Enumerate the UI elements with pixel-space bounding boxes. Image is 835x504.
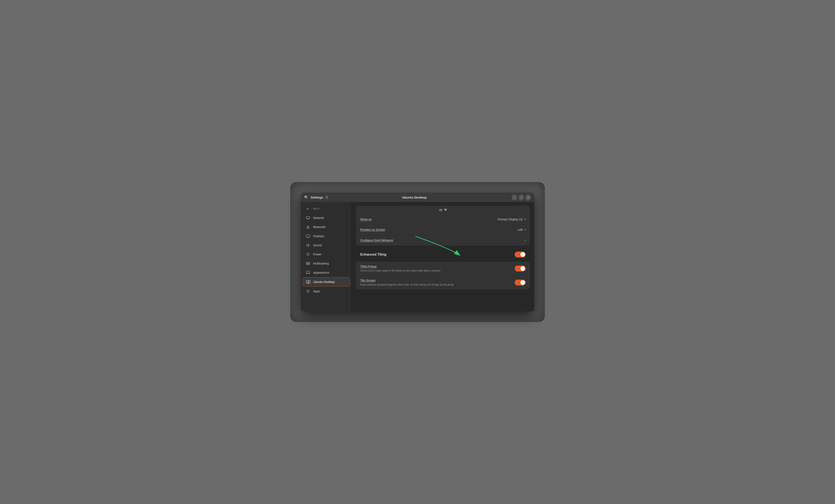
svg-point-24 <box>309 291 309 292</box>
position-row[interactable]: Position on Screen Left ▾ <box>356 225 530 235</box>
svg-point-27 <box>309 292 309 293</box>
sidebar-item-power[interactable]: Power <box>303 250 350 259</box>
tiling-popup-text: Tiling Popup Show a list of open apps to… <box>360 265 511 273</box>
sidebar-item-label: Wi-Fi <box>313 207 320 210</box>
close-button[interactable]: ✕ <box>526 195 531 200</box>
sidebar-item-label: Bluetooth <box>313 225 326 229</box>
svg-rect-11 <box>306 264 308 265</box>
triangle-down-icon <box>444 209 447 211</box>
svg-point-19 <box>307 290 307 290</box>
sidebar: Wi-Fi Network <box>301 202 352 311</box>
svg-rect-12 <box>308 264 310 265</box>
tile-groups-row: Tile Groups Keep windows grouped togethe… <box>356 276 530 289</box>
sidebar-item-ubuntu-desktop[interactable]: Ubuntu Desktop <box>303 277 350 287</box>
titlebar-left: 🔍 Settings ☰ <box>304 195 317 199</box>
position-value[interactable]: Left ▾ <box>518 228 526 231</box>
bluetooth-icon <box>306 225 310 229</box>
apps-icon <box>306 289 310 294</box>
window-title: Ubuntu Desktop <box>317 196 512 199</box>
titlebar: 🔍 Settings ☰ Ubuntu Desktop − □ ✕ <box>301 193 534 202</box>
svg-point-20 <box>308 290 308 290</box>
top-number-row: 46 <box>356 206 530 214</box>
configure-dock-chevron: › <box>525 238 526 242</box>
tile-groups-title: Tile Groups <box>360 279 511 282</box>
sidebar-item-bluetooth[interactable]: Bluetooth <box>303 223 350 231</box>
ubuntu-desktop-icon <box>306 280 310 284</box>
sidebar-item-displays[interactable]: Displays <box>303 231 350 241</box>
sidebar-item-label: Network <box>313 216 324 220</box>
enhanced-tiling-header-area: Enhanced Tiling <box>356 249 530 260</box>
svg-point-22 <box>307 291 307 292</box>
displays-icon <box>306 234 310 238</box>
window-controls: − □ ✕ <box>512 195 531 200</box>
content-area: Wi-Fi Network <box>301 202 534 311</box>
sidebar-item-label: Displays <box>313 235 324 238</box>
sidebar-item-apps[interactable]: Apps <box>303 287 350 296</box>
tile-groups-desc: Keep windows grouped together when tiled… <box>360 283 511 287</box>
enhanced-tiling-label: Enhanced Tiling <box>360 253 386 257</box>
svg-rect-10 <box>308 262 310 263</box>
tiling-popup-title: Tiling Popup <box>360 265 511 268</box>
tiling-sub-section: Tiling Popup Show a list of open apps to… <box>356 262 530 289</box>
top-number-value: 46 <box>439 208 442 212</box>
show-on-row[interactable]: Show on Primary Display (1) ▾ <box>356 214 530 225</box>
network-icon <box>306 216 310 220</box>
configure-dock-row[interactable]: Configure Dock Behavior › <box>356 235 530 246</box>
tiling-popup-row: Tiling Popup Show a list of open apps to… <box>356 262 530 276</box>
sidebar-item-appearance[interactable]: Appearance <box>303 268 350 277</box>
svg-rect-9 <box>306 262 308 263</box>
svg-rect-3 <box>306 235 310 237</box>
sound-icon <box>306 243 310 247</box>
svg-rect-0 <box>306 217 310 219</box>
dock-settings-section: 46 Show on Primary Display (1) ▾ Positio… <box>356 206 530 246</box>
configure-dock-label: Configure Dock Behavior <box>360 239 393 242</box>
power-icon <box>306 252 310 257</box>
svg-point-25 <box>307 292 307 293</box>
tiling-popup-desc: Show a list of open apps to fill empty s… <box>360 269 511 273</box>
sidebar-item-label: Appearance <box>313 271 329 274</box>
tile-groups-text: Tile Groups Keep windows grouped togethe… <box>360 279 511 287</box>
sidebar-item-sound[interactable]: Sound <box>303 241 350 250</box>
sidebar-items: Wi-Fi Network <box>301 202 351 311</box>
tile-groups-toggle[interactable] <box>515 280 526 285</box>
main-panel: 46 Show on Primary Display (1) ▾ Positio… <box>352 202 534 311</box>
show-on-value[interactable]: Primary Display (1) ▾ <box>497 218 526 221</box>
minimize-button[interactable]: − <box>512 195 517 200</box>
svg-point-26 <box>308 292 308 293</box>
enhanced-tiling-header: Enhanced Tiling <box>356 249 530 260</box>
sidebar-item-label: Apps <box>313 289 320 293</box>
sidebar-item-network[interactable]: Network <box>303 214 350 222</box>
appearance-icon <box>306 270 310 275</box>
sidebar-item-wifi[interactable]: Wi-Fi <box>303 204 350 213</box>
sidebar-item-label: Ubuntu Desktop <box>313 280 334 284</box>
svg-rect-15 <box>306 280 310 283</box>
search-icon[interactable]: 🔍 <box>304 195 308 199</box>
sidebar-item-label: Multitasking <box>313 262 329 265</box>
show-on-dropdown-icon: ▾ <box>525 218 526 221</box>
tiling-popup-toggle[interactable] <box>515 266 526 271</box>
sidebar-item-label: Sound <box>313 243 322 247</box>
svg-marker-6 <box>307 244 308 247</box>
svg-point-16 <box>308 281 309 282</box>
show-on-label: Show on <box>360 218 372 221</box>
maximize-button[interactable]: □ <box>519 195 524 200</box>
sidebar-item-label: Power <box>313 253 322 256</box>
enhanced-tiling-toggle[interactable] <box>515 251 526 258</box>
settings-window: 🔍 Settings ☰ Ubuntu Desktop − □ ✕ <box>301 193 534 311</box>
position-label: Position on Screen <box>360 228 385 231</box>
position-dropdown-icon: ▾ <box>525 228 526 231</box>
multitasking-icon <box>306 261 310 266</box>
svg-point-23 <box>308 291 308 292</box>
wifi-icon <box>306 207 310 211</box>
sidebar-item-multitasking[interactable]: Multitasking <box>303 259 350 268</box>
svg-rect-14 <box>306 273 310 274</box>
svg-point-21 <box>309 290 309 290</box>
screen-background: 🔍 Settings ☰ Ubuntu Desktop − □ ✕ <box>290 182 545 322</box>
